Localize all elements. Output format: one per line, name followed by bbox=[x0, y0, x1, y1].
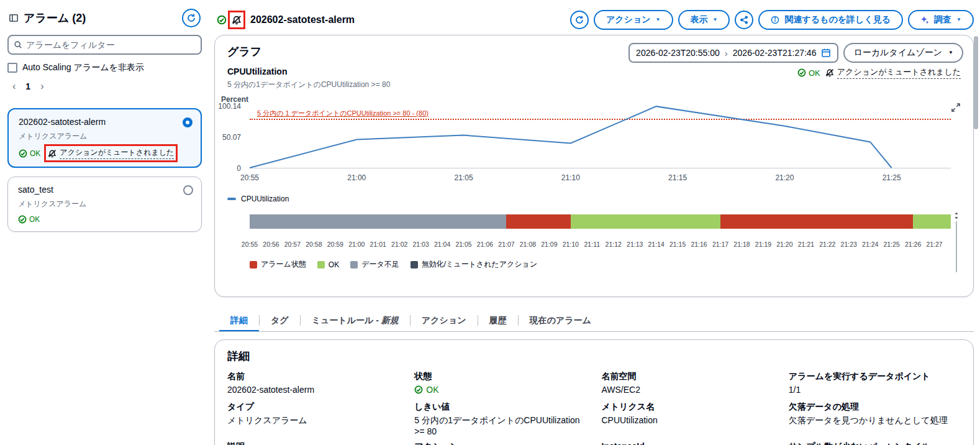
related-items-button[interactable]: 関連するものを詳しく見る bbox=[758, 10, 903, 30]
state-timeline-strip[interactable] bbox=[250, 214, 951, 229]
page-scrollbar[interactable] bbox=[974, 36, 978, 129]
alarm-filter bbox=[7, 35, 202, 55]
timeline-tick-label: 21:12 bbox=[606, 241, 622, 248]
detail-field-missing-data: 欠落データの処理 欠落データを見つかりませんとして処理 bbox=[789, 401, 961, 436]
timeline-resize-handle[interactable] bbox=[952, 211, 961, 272]
legend-swatch-icon bbox=[350, 261, 358, 268]
details-panel: 詳細 名前 202602-satotest-alerm 状態 OK 名前空間 A… bbox=[214, 339, 974, 445]
tab-current-alarm[interactable]: 現在のアラーム bbox=[519, 310, 602, 331]
investigate-button[interactable]: 調査 ▼ bbox=[908, 10, 974, 30]
timezone-select[interactable]: ローカルタイムゾーン ▼ bbox=[843, 43, 963, 63]
detail-field-namespace: 名前空間 AWS/EC2 bbox=[602, 371, 774, 397]
radio-selected-icon[interactable] bbox=[183, 117, 193, 127]
muted-actions-indicator[interactable]: アクションがミュートされました bbox=[48, 147, 174, 159]
x-axis-tick-label: 21:15 bbox=[668, 173, 687, 182]
legend-swatch-icon bbox=[317, 261, 325, 268]
tab-actions[interactable]: アクション bbox=[411, 310, 478, 331]
timeline-segment bbox=[913, 214, 951, 229]
header-toolbar: アクション ▼ 表示 ▼ 関連するものを詳しく見る 調査 ▼ bbox=[570, 10, 974, 30]
graph-controls: 2026-02-23T20:55:00 › 2026-02-23T21:27:4… bbox=[628, 43, 963, 63]
share-button[interactable] bbox=[735, 11, 753, 29]
detail-field-name: 名前 202602-satotest-alerm bbox=[227, 371, 399, 397]
radio-unselected-icon[interactable] bbox=[183, 185, 193, 195]
details-grid: 名前 202602-satotest-alerm 状態 OK 名前空間 AWS/… bbox=[227, 371, 961, 445]
x-axis-tick-label: 21:25 bbox=[882, 173, 901, 182]
timeline-tick-label: 20:57 bbox=[284, 241, 301, 248]
y-axis-tick-label: 0 bbox=[237, 164, 241, 173]
date-range-picker[interactable]: 2026-02-23T20:55:00 › 2026-02-23T21:27:4… bbox=[628, 43, 838, 63]
detail-field-percentile: サンプル数が少ないパーセンタイル evaluate bbox=[789, 441, 961, 445]
sidebar-refresh-button[interactable] bbox=[182, 9, 201, 27]
check-circle-icon bbox=[18, 215, 27, 224]
ok-status-badge: OK bbox=[18, 215, 40, 224]
tab-label: 現在のアラーム bbox=[530, 315, 591, 326]
ok-status-text: OK bbox=[30, 149, 40, 158]
hide-autoscaling-checkbox[interactable] bbox=[7, 63, 17, 73]
timeline-tick-label: 21:01 bbox=[370, 241, 386, 248]
up-down-arrows-icon bbox=[952, 211, 961, 220]
timeline-tick-label: 20:55 bbox=[242, 241, 258, 248]
state-legend-item: データ不足 bbox=[350, 259, 399, 270]
prev-page-icon[interactable]: ‹ bbox=[12, 81, 16, 92]
timeline-tick-label: 21:16 bbox=[691, 241, 707, 248]
collapse-panel-icon[interactable] bbox=[9, 13, 19, 23]
alarm-filter-input[interactable] bbox=[26, 40, 196, 50]
timeline-tick-label: 21:06 bbox=[477, 241, 493, 248]
actions-button[interactable]: アクション ▼ bbox=[594, 10, 673, 30]
timeline-tick-label: 21:07 bbox=[498, 241, 514, 248]
timeline-tick-label: 21:11 bbox=[584, 241, 601, 248]
cpu-utilization-chart[interactable]: 5 分内の 1 データポイントのCPUUtilization >= 80 - (… bbox=[250, 106, 951, 168]
alarms-sidebar: アラーム (2) Auto Scaling アラームを非表示 ‹ 1 › 202… bbox=[7, 6, 202, 232]
timeline-tick-label: 21:23 bbox=[841, 241, 857, 248]
sidebar-header: アラーム (2) bbox=[7, 6, 202, 30]
timeline-tick-label: 21:24 bbox=[862, 241, 878, 248]
expand-chart-icon[interactable] bbox=[951, 101, 961, 112]
date-to: 2026-02-23T21:27:46 bbox=[733, 48, 817, 58]
next-page-icon[interactable]: › bbox=[40, 81, 43, 92]
bell-slash-icon bbox=[48, 149, 57, 158]
view-button-label: 表示 bbox=[691, 14, 708, 25]
timeline-tick-label: 21:14 bbox=[648, 241, 665, 248]
alarm-card-202602-satotest-alerm[interactable]: 202602-satotest-alerm メトリクスアラーム OK アクション… bbox=[7, 108, 202, 168]
muted-actions-label: アクションがミュートされました bbox=[60, 147, 174, 159]
timeline-tick-labels: 20:5520:5620:5720:5820:5921:0021:0121:02… bbox=[250, 241, 951, 249]
tab-tags[interactable]: タグ bbox=[260, 310, 300, 331]
ok-status-badge: OK bbox=[797, 68, 820, 78]
timeline-tick-label: 20:59 bbox=[327, 241, 343, 248]
x-axis-tick-label: 21:10 bbox=[561, 173, 580, 182]
x-axis-ticks: 20:5521:0021:0521:1021:1521:2021:25 bbox=[250, 173, 951, 183]
tab-label: ミュートルール - bbox=[312, 315, 379, 326]
legend-swatch-icon bbox=[411, 261, 418, 268]
check-circle-icon bbox=[19, 149, 27, 158]
view-button[interactable]: 表示 ▼ bbox=[678, 10, 730, 30]
cpu-line-series bbox=[250, 106, 892, 168]
hide-autoscaling-row[interactable]: Auto Scaling アラームを非表示 bbox=[7, 62, 202, 73]
line-chart-svg bbox=[250, 106, 951, 168]
cloudwatch-alarm-detail-page: アラーム (2) Auto Scaling アラームを非表示 ‹ 1 › 202… bbox=[0, 0, 980, 445]
detail-field-datapoints: アラームを実行するデータポイント 1/1 bbox=[789, 371, 961, 397]
calendar-icon[interactable] bbox=[821, 48, 831, 58]
timeline-tick-label: 21:20 bbox=[776, 241, 792, 248]
timeline-tick-label: 21:15 bbox=[669, 241, 686, 248]
alarm-header: 202602-satotest-alerm bbox=[217, 10, 355, 30]
check-circle-icon bbox=[414, 385, 423, 394]
timeline-tick-label: 21:19 bbox=[755, 241, 771, 248]
tab-mute-rules[interactable]: ミュートルール - 新規 bbox=[301, 310, 410, 331]
alarm-card-sato-test[interactable]: sato_test メトリクスアラーム OK bbox=[7, 177, 202, 232]
tab-label: 履歴 bbox=[489, 315, 507, 326]
timeline-tick-label: 21:22 bbox=[819, 241, 835, 248]
muted-actions-indicator[interactable]: アクションがミュートされました bbox=[825, 67, 961, 79]
tab-label: 詳細 bbox=[230, 315, 248, 326]
timeline-segment bbox=[720, 214, 913, 229]
tab-history[interactable]: 履歴 bbox=[478, 310, 518, 331]
timeline-tick-label: 20:56 bbox=[263, 241, 279, 248]
refresh-button[interactable] bbox=[570, 11, 589, 29]
tab-details[interactable]: 詳細 bbox=[219, 310, 259, 331]
page-number[interactable]: 1 bbox=[25, 81, 30, 91]
graph-status-row: OK アクションがミュートされました bbox=[797, 67, 961, 79]
detail-field-actions: アクション アクションは有効化されています bbox=[414, 441, 586, 445]
refresh-icon bbox=[187, 14, 196, 22]
timeline-tick-label: 20:58 bbox=[306, 241, 322, 248]
detail-field-threshold: しきい値 5 分内の1データポイントのCPUUtilization >= 80 bbox=[414, 401, 586, 436]
details-heading: 詳細 bbox=[227, 349, 961, 364]
